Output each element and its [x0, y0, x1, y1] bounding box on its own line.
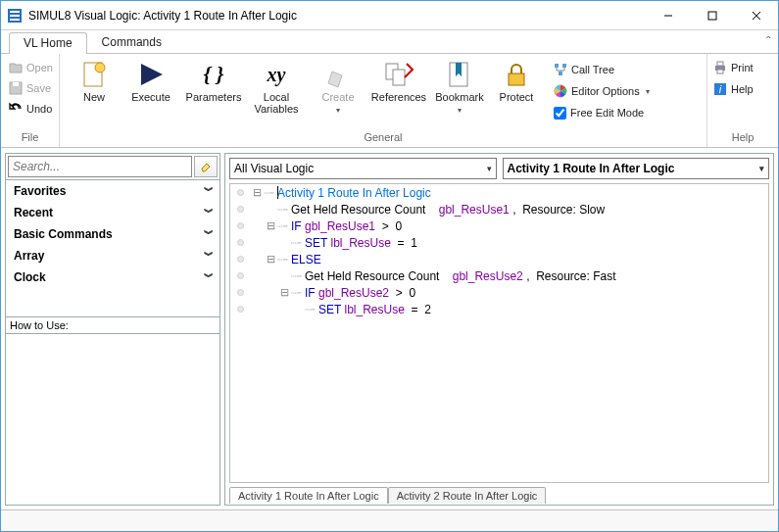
group-caption-general: General	[60, 131, 706, 147]
titlebar: SIMUL8 Visual Logic: Activity 1 Route In…	[1, 1, 778, 30]
execute-button[interactable]: Execute	[122, 56, 179, 103]
svg-rect-6	[13, 82, 19, 86]
undo-icon	[9, 102, 23, 116]
collapse-icon[interactable]: ⊟	[264, 253, 277, 266]
free-edit-mode-checkbox[interactable]: Free Edit Mode	[554, 103, 650, 122]
category-favorites[interactable]: Favorites︾	[6, 180, 219, 202]
save-icon	[9, 81, 23, 95]
protect-button[interactable]: Protect	[488, 56, 545, 103]
code-header: Activity 1 Route In After Logic	[277, 186, 431, 200]
svg-rect-14	[562, 64, 566, 68]
folder-open-icon	[9, 61, 23, 74]
chevron-down-icon: ▾	[458, 106, 462, 115]
search-input[interactable]	[8, 156, 192, 177]
editor-options-column: Call Tree Editor Options ▾ Free Edit Mod…	[550, 56, 656, 122]
undo-button[interactable]: Undo	[7, 99, 54, 119]
editor-options-button[interactable]: Editor Options ▾	[554, 81, 650, 101]
open-button[interactable]: Open	[7, 58, 55, 77]
svg-rect-18	[717, 62, 723, 66]
group-caption-file: File	[1, 131, 59, 147]
category-clock[interactable]: Clock︾	[6, 266, 219, 288]
scope-combo[interactable]: All Visual Logic ▾	[229, 158, 497, 179]
ribbon-group-help: Print i Help Help	[707, 54, 778, 147]
svg-rect-10	[393, 70, 405, 85]
new-doc-icon	[78, 60, 110, 89]
references-icon	[383, 60, 414, 89]
xy-icon: xy	[261, 60, 292, 89]
expand-icon: ︾	[204, 270, 212, 284]
help-button[interactable]: i Help	[713, 79, 754, 99]
expand-icon: ︾	[204, 227, 212, 241]
chevron-down-icon: ▾	[487, 164, 492, 173]
ribbon-tabs: VL Home Commands ⌃	[1, 30, 778, 54]
tab-vl-home[interactable]: VL Home	[9, 32, 87, 54]
create-button[interactable]: Create▾	[310, 56, 366, 116]
eraser-icon	[199, 160, 213, 173]
combo-row: All Visual Logic ▾ Activity 1 Route In A…	[225, 154, 773, 183]
expand-icon: ︾	[204, 184, 212, 198]
editor-tab-activity-2[interactable]: Activity 2 Route In After Logic	[388, 487, 547, 504]
play-icon	[135, 60, 167, 89]
references-button[interactable]: References	[366, 56, 431, 103]
print-button[interactable]: Print	[713, 58, 754, 77]
editor-tab-activity-1[interactable]: Activity 1 Route In After Logic	[229, 487, 388, 504]
tree-icon	[554, 63, 567, 76]
printer-icon	[713, 61, 727, 74]
svg-rect-13	[555, 64, 559, 68]
search-row	[6, 154, 219, 180]
expand-icon: ︾	[204, 249, 212, 263]
ribbon-group-general: New Execute { } Parameters xy Local Vari…	[60, 54, 707, 147]
call-tree-button[interactable]: Call Tree	[554, 60, 650, 79]
pencil-icon	[322, 60, 354, 89]
ribbon-group-file: Open Save Undo File	[1, 54, 60, 147]
logic-combo[interactable]: Activity 1 Route In After Logic ▾	[503, 158, 770, 179]
collapse-icon[interactable]: ⊟	[277, 286, 291, 299]
local-variables-button[interactable]: xy Local Variables	[248, 56, 305, 115]
parameters-button[interactable]: { } Parameters	[179, 56, 248, 103]
search-clear-button[interactable]	[194, 156, 218, 177]
app-icon	[7, 8, 23, 24]
minimize-button[interactable]	[646, 1, 690, 29]
info-icon: i	[713, 82, 727, 96]
svg-rect-2	[708, 12, 716, 20]
braces-icon: { }	[198, 60, 229, 89]
color-wheel-icon	[554, 84, 567, 98]
svg-rect-19	[717, 70, 723, 73]
left-panel: Favorites︾ Recent︾ Basic Commands︾ Array…	[5, 153, 220, 506]
save-button[interactable]: Save	[7, 78, 53, 98]
statusbar	[1, 509, 778, 531]
window-title: SIMUL8 Visual Logic: Activity 1 Route In…	[28, 9, 646, 23]
chevron-down-icon: ▾	[759, 164, 764, 173]
free-edit-checkbox-input[interactable]	[554, 107, 566, 120]
category-array[interactable]: Array︾	[6, 245, 219, 266]
close-button[interactable]	[734, 1, 778, 29]
how-to-use-body	[6, 334, 219, 505]
collapse-icon[interactable]: ⊟	[264, 219, 277, 232]
bookmark-icon	[444, 60, 475, 89]
how-to-use-header: How to Use:	[6, 317, 219, 334]
category-list[interactable]: Favorites︾ Recent︾ Basic Commands︾ Array…	[6, 180, 219, 317]
lock-icon	[501, 60, 532, 89]
svg-point-8	[95, 63, 105, 73]
app-window: SIMUL8 Visual Logic: Activity 1 Route In…	[0, 0, 779, 532]
svg-rect-12	[509, 73, 524, 85]
main-area: Favorites︾ Recent︾ Basic Commands︾ Array…	[1, 148, 778, 509]
editor-bottom-tabs: Activity 1 Route In After Logic Activity…	[225, 483, 773, 505]
category-basic-commands[interactable]: Basic Commands︾	[6, 223, 219, 245]
ribbon-collapse-icon[interactable]: ⌃	[764, 34, 772, 45]
group-caption-help: Help	[707, 131, 778, 147]
svg-rect-15	[559, 72, 562, 75]
bookmark-button[interactable]: Bookmark▾	[431, 56, 488, 116]
code-editor[interactable]: ⊟┈╴Activity 1 Route In After Logic ┈╴Get…	[229, 183, 769, 483]
chevron-down-icon: ▾	[646, 87, 650, 96]
editor-panel: All Visual Logic ▾ Activity 1 Route In A…	[224, 153, 774, 506]
tab-commands[interactable]: Commands	[87, 31, 176, 53]
expand-icon: ︾	[204, 206, 212, 219]
chevron-down-icon: ▾	[336, 106, 340, 115]
category-recent[interactable]: Recent︾	[6, 202, 219, 223]
new-button[interactable]: New	[66, 56, 122, 103]
ribbon: Open Save Undo File New	[1, 54, 778, 148]
collapse-icon[interactable]: ⊟	[250, 186, 264, 199]
maximize-button[interactable]	[690, 1, 734, 29]
